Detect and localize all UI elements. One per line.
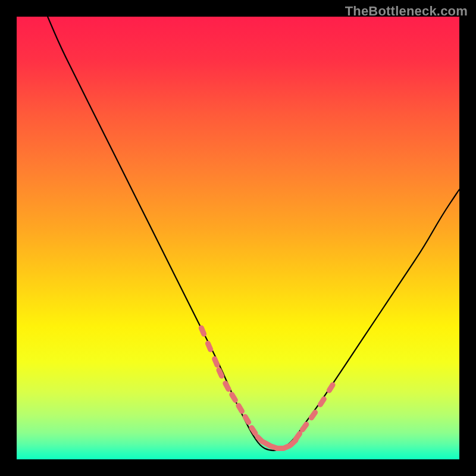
watermark-label: TheBottleneck.com <box>345 4 468 19</box>
chart-svg <box>17 17 459 459</box>
plot-area <box>17 17 459 459</box>
gradient-background <box>17 17 459 459</box>
chart-frame: TheBottleneck.com <box>0 0 476 476</box>
